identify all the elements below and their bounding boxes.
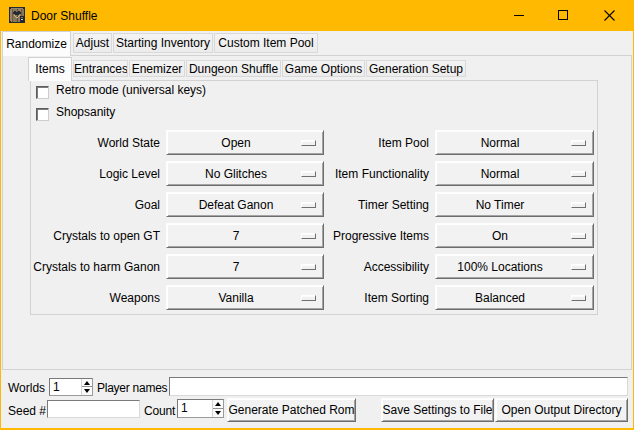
world-state-label: World State bbox=[0, 130, 160, 156]
logic-level-label: Logic Level bbox=[0, 161, 160, 187]
arrow-down-icon bbox=[84, 389, 90, 393]
worlds-spinbox[interactable]: 1 bbox=[49, 378, 93, 396]
item-sorting-label: Item Sorting bbox=[269, 285, 429, 311]
minimize-button[interactable] bbox=[506, 0, 542, 31]
item-pool-dropdown[interactable]: Normal bbox=[435, 130, 594, 155]
tab-entrances[interactable]: Entrances bbox=[73, 60, 128, 77]
retro-mode-checkbox[interactable] bbox=[36, 86, 49, 99]
timer-setting-value: No Timer bbox=[476, 198, 525, 212]
crystals-ganon-value: 7 bbox=[233, 260, 240, 274]
tab-generation-setup[interactable]: Generation Setup bbox=[366, 60, 466, 77]
world-state-value: Open bbox=[221, 136, 250, 150]
app-icon bbox=[9, 7, 25, 23]
spin-down-button[interactable] bbox=[213, 409, 223, 418]
item-sorting-value: Balanced bbox=[475, 291, 525, 305]
item-functionality-value: Normal bbox=[481, 167, 520, 181]
seed-input[interactable] bbox=[47, 400, 140, 418]
spin-down-button[interactable] bbox=[82, 387, 92, 395]
item-sorting-dropdown[interactable]: Balanced bbox=[435, 285, 594, 310]
tab-adjust[interactable]: Adjust bbox=[73, 33, 112, 53]
titlebar[interactable]: Door Shuffle bbox=[0, 0, 634, 31]
player-names-input[interactable] bbox=[169, 377, 628, 396]
tab-custom-item-pool[interactable]: Custom Item Pool bbox=[214, 33, 318, 53]
close-icon bbox=[604, 10, 615, 21]
count-spinbox[interactable]: 1 bbox=[177, 399, 224, 418]
maximize-button[interactable] bbox=[550, 0, 586, 31]
tab-dungeon-shuffle[interactable]: Dungeon Shuffle bbox=[186, 60, 281, 77]
logic-level-value: No Glitches bbox=[205, 167, 267, 181]
crystals-gt-value: 7 bbox=[233, 229, 240, 243]
generate-button[interactable]: Generate Patched Rom bbox=[227, 398, 356, 422]
dropdown-indicator-icon bbox=[571, 140, 586, 146]
tab-items[interactable]: Items bbox=[28, 57, 72, 81]
tab-enemizer[interactable]: Enemizer bbox=[129, 60, 185, 77]
progressive-items-dropdown[interactable]: On bbox=[435, 223, 594, 248]
dropdown-indicator-icon bbox=[571, 295, 586, 301]
crystals-ganon-label: Crystals to harm Ganon bbox=[0, 254, 160, 280]
accessibility-dropdown[interactable]: 100% Locations bbox=[435, 254, 594, 279]
arrow-up-icon bbox=[84, 381, 90, 385]
worlds-value: 1 bbox=[53, 379, 60, 395]
timer-setting-dropdown[interactable]: No Timer bbox=[435, 192, 594, 217]
goal-label: Goal bbox=[0, 192, 160, 218]
weapons-label: Weapons bbox=[0, 285, 160, 311]
spin-up-button[interactable] bbox=[213, 400, 223, 409]
minimize-icon bbox=[514, 15, 524, 16]
item-functionality-dropdown[interactable]: Normal bbox=[435, 161, 594, 186]
dropdown-indicator-icon bbox=[571, 264, 586, 270]
shopsanity-label: Shopsanity bbox=[56, 105, 115, 120]
seed-label: Seed # bbox=[8, 402, 46, 420]
timer-setting-label: Timer Setting bbox=[269, 192, 429, 218]
count-label: Count bbox=[144, 402, 175, 420]
close-button[interactable] bbox=[596, 0, 634, 31]
arrow-down-icon bbox=[215, 411, 221, 415]
tab-game-options[interactable]: Game Options bbox=[282, 60, 365, 77]
item-pool-value: Normal bbox=[481, 136, 520, 150]
weapons-value: Vanilla bbox=[218, 291, 253, 305]
tab-starting-inventory[interactable]: Starting Inventory bbox=[113, 33, 213, 53]
dropdown-indicator-icon bbox=[571, 171, 586, 177]
spin-arrows bbox=[212, 400, 223, 417]
maximize-icon bbox=[558, 10, 568, 20]
goal-value: Defeat Ganon bbox=[199, 198, 274, 212]
window-title: Door Shuffle bbox=[31, 0, 98, 31]
dropdown-indicator-icon bbox=[571, 202, 586, 208]
open-output-button[interactable]: Open Output Directory bbox=[495, 398, 628, 422]
progressive-items-value: On bbox=[492, 229, 508, 243]
retro-mode-label: Retro mode (universal keys) bbox=[56, 83, 206, 98]
count-value: 1 bbox=[181, 400, 188, 417]
player-names-label: Player names bbox=[97, 379, 167, 397]
accessibility-value: 100% Locations bbox=[457, 260, 542, 274]
dropdown-indicator-icon bbox=[571, 233, 586, 239]
worlds-label: Worlds bbox=[8, 379, 45, 397]
arrow-up-icon bbox=[215, 402, 221, 406]
crystals-gt-label: Crystals to open GT bbox=[0, 223, 160, 249]
item-functionality-label: Item Functionality bbox=[269, 161, 429, 187]
progressive-items-label: Progressive Items bbox=[269, 223, 429, 249]
window: Door Shuffle Randomize Adjust Starting I… bbox=[0, 0, 634, 430]
spin-arrows bbox=[81, 379, 92, 395]
save-settings-button[interactable]: Save Settings to File bbox=[381, 398, 494, 422]
spin-up-button[interactable] bbox=[82, 379, 92, 387]
tab-randomize[interactable]: Randomize bbox=[2, 31, 71, 56]
accessibility-label: Accessibility bbox=[269, 254, 429, 280]
item-pool-label: Item Pool bbox=[269, 130, 429, 156]
shopsanity-checkbox[interactable] bbox=[36, 108, 49, 121]
